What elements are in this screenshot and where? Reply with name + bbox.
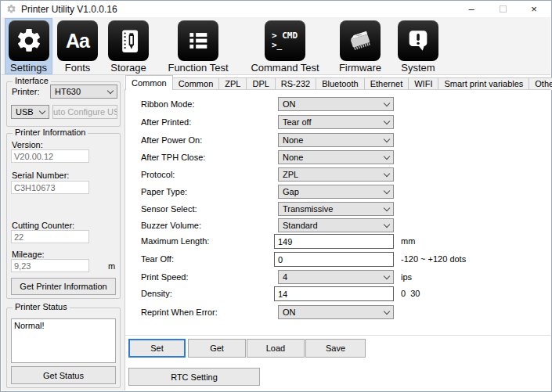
toolbar-item-system[interactable]: System <box>391 18 446 74</box>
sensor-select-dropdown[interactable]: Transmissive <box>278 202 394 216</box>
set-button[interactable]: Set <box>128 339 186 358</box>
tab-smart-print-variables[interactable]: Smart print variables <box>438 77 529 90</box>
field-label: Maximum Length: <box>141 236 209 246</box>
select-value: None <box>283 135 303 145</box>
cutting-counter-field[interactable] <box>11 230 89 243</box>
tab-dpl[interactable]: DPL <box>246 77 275 90</box>
get-printer-information-button[interactable]: Get Printer Information <box>11 278 116 295</box>
buzzer-volume-select[interactable]: Standard <box>278 218 394 232</box>
chevron-down-icon <box>384 117 390 124</box>
interface-group: Interface Printer: HT630 USB uto Configu… <box>6 81 121 127</box>
tab-zpl[interactable]: ZPL <box>218 77 247 90</box>
select-value: ZPL <box>283 170 298 179</box>
chevron-down-icon <box>384 99 390 106</box>
app-window: Printer Utility V1.0.0.16 – × Settings A… <box>0 0 552 392</box>
group-title: Printer Information <box>13 128 88 137</box>
ribbon-mode-select[interactable]: ON <box>278 97 394 111</box>
rtc-setting-button[interactable]: RTC Setting <box>128 368 260 386</box>
field-label: After Printed: <box>141 117 191 127</box>
tab-wifi[interactable]: WIFI <box>408 77 438 90</box>
serial-number-field[interactable] <box>11 181 89 194</box>
group-title: Printer Status <box>13 302 70 311</box>
chevron-down-icon <box>384 272 390 279</box>
cutting-counter-label: Cutting Counter: <box>12 221 74 230</box>
interface-port-select[interactable]: USB <box>11 105 49 119</box>
printer-model-value: HT630 <box>55 87 81 96</box>
tab-bluetooth[interactable]: Bluetooth <box>316 77 364 90</box>
chevron-down-icon <box>384 170 390 176</box>
toolbar-label: Function Test <box>168 62 228 74</box>
chip-icon <box>340 20 381 61</box>
tab-other-settings[interactable]: Other Settings <box>529 77 552 90</box>
form-row: Ribbon Mode: ON <box>141 97 550 113</box>
print-speed-select[interactable]: 4 <box>278 270 394 284</box>
toolbar-item-firmware[interactable]: Firmware <box>334 18 387 74</box>
maximize-icon <box>500 5 507 13</box>
field-label: Reprint When Error: <box>141 307 218 317</box>
field-range-hint: -120 ~ +120 dots <box>401 254 466 264</box>
form-row: After Power On: None <box>141 133 550 149</box>
form-row: Reprint When Error: ON <box>141 305 550 321</box>
app-gear-icon <box>6 4 16 14</box>
after-printed-select[interactable]: Tear off <box>278 115 394 129</box>
auto-configure-usb-button: uto Configure USB Po <box>52 105 117 119</box>
group-title: Interface <box>13 76 51 85</box>
select-value: None <box>283 153 303 162</box>
terminal-icon: > CMD >_ <box>265 20 305 61</box>
select-value: Transmissive <box>283 204 333 214</box>
after-tph-close-select[interactable]: None <box>278 150 394 164</box>
separator-line <box>125 335 550 336</box>
chevron-down-icon <box>39 107 45 113</box>
field-label: Density: <box>141 289 172 298</box>
tab-common-2[interactable]: Common <box>172 77 220 90</box>
tear-off-input[interactable] <box>274 252 394 267</box>
tab-common-1[interactable]: Common <box>125 75 173 90</box>
printer-status-textarea[interactable]: Normal! <box>11 318 116 363</box>
protocol-select[interactable]: ZPL <box>278 167 394 182</box>
field-label: Buzzer Volume: <box>141 221 201 230</box>
toolbar-item-storage[interactable]: Storage <box>103 18 154 74</box>
chevron-down-icon <box>384 153 390 159</box>
toolbar-item-command-test[interactable]: > CMD >_ Command Test <box>240 18 330 74</box>
density-input[interactable] <box>274 286 394 301</box>
after-power-on-select[interactable]: None <box>278 133 394 147</box>
toolbar-item-fonts[interactable]: Aa Fonts <box>54 18 101 74</box>
list-icon <box>178 20 218 61</box>
toolbar-item-settings[interactable]: Settings <box>5 18 52 74</box>
get-button[interactable]: Get <box>188 339 246 358</box>
load-button[interactable]: Load <box>247 339 305 358</box>
field-range-hint: 0 30 <box>401 289 420 298</box>
save-button[interactable]: Save <box>305 339 366 358</box>
toolbar-label: Settings <box>10 62 47 74</box>
field-label: Paper Type: <box>141 187 187 196</box>
notebook-pencil-icon <box>108 20 149 61</box>
form-row: After TPH Close: None <box>141 150 550 166</box>
form-row: Maximum Length: mm <box>141 234 550 250</box>
paper-type-select[interactable]: Gap <box>278 185 394 199</box>
mileage-label: Mileage: <box>12 250 45 259</box>
toolbar-item-function-test[interactable]: Function Test <box>157 18 239 74</box>
serial-number-label: Serial Number: <box>12 171 69 180</box>
version-field[interactable] <box>11 149 89 163</box>
minimize-button[interactable]: – <box>456 1 487 16</box>
maximize-button[interactable] <box>487 1 518 16</box>
fonts-icon-text: Aa <box>66 30 89 52</box>
chevron-down-icon <box>384 135 390 142</box>
close-button[interactable]: × <box>518 1 550 16</box>
select-value: ON <box>283 307 296 317</box>
reprint-when-error-select[interactable]: ON <box>278 305 394 319</box>
window-title: Printer Utility V1.0.0.16 <box>21 4 117 15</box>
mileage-field[interactable] <box>11 259 89 272</box>
form-row: After Printed: Tear off <box>141 115 550 131</box>
interface-port-value: USB <box>16 107 34 117</box>
tab-rs232[interactable]: RS-232 <box>275 77 316 90</box>
maximum-length-input[interactable] <box>274 234 394 249</box>
printer-status-group: Printer Status Normal! Get Status <box>6 307 121 388</box>
chevron-down-icon <box>384 204 390 210</box>
form-row: Buzzer Volume: Standard <box>141 218 550 234</box>
printer-model-select[interactable]: HT630 <box>50 85 117 99</box>
form-row: Tear Off: -120 ~ +120 dots <box>141 252 550 268</box>
tab-ethernet[interactable]: Ethernet <box>364 77 409 90</box>
get-status-button[interactable]: Get Status <box>11 366 116 384</box>
select-value: ON <box>283 99 296 109</box>
